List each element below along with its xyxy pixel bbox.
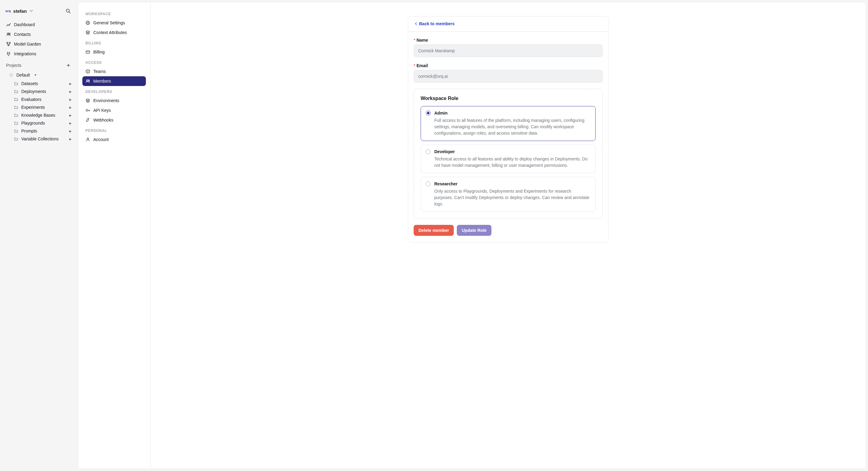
role-option-developer[interactable]: DeveloperTechnical access to all feature… [421, 145, 596, 173]
settings-item-webhooks[interactable]: Webhooks [82, 115, 146, 125]
nav-contacts[interactable]: Contacts [4, 30, 74, 39]
update-role-button[interactable]: Update Role [457, 225, 491, 236]
caret-right-icon: ▶ [69, 90, 72, 93]
folder-icon [14, 82, 18, 86]
settings-item-label: Context Attributes [93, 30, 127, 35]
settings-item-general-settings[interactable]: General Settings [82, 18, 146, 28]
account-icon [85, 137, 90, 142]
settings-group-title: PERSONAL [82, 125, 146, 135]
project-item-label: Prompts [21, 129, 37, 133]
webhooks-icon [85, 118, 90, 122]
role-name: Researcher [434, 181, 457, 186]
radio-admin[interactable] [426, 111, 431, 116]
main-panel: WORKSPACEGeneral SettingsContext Attribu… [78, 2, 866, 469]
project-item-variable-collections[interactable]: Variable Collections▶ [4, 135, 74, 143]
settings-item-label: API Keys [93, 108, 111, 113]
settings-item-label: General Settings [93, 20, 125, 25]
caret-right-icon: ▶ [69, 129, 72, 133]
project-item-playgrounds[interactable]: Playgrounds▶ [4, 119, 74, 127]
folder-icon [14, 97, 18, 101]
radio-researcher[interactable] [426, 181, 431, 186]
caret-right-icon: ▶ [69, 106, 72, 109]
project-item-prompts[interactable]: Prompts▶ [4, 127, 74, 135]
caret-right-icon: ▶ [69, 137, 72, 141]
folder-icon [14, 129, 18, 133]
primary-nav: orq stefan Dashboard Contacts Model Gard… [0, 0, 78, 471]
nav-label: Integrations [14, 51, 36, 56]
chart-icon [6, 22, 11, 27]
settings-item-account[interactable]: Account [82, 135, 146, 144]
project-item-evaluators[interactable]: Evaluators▶ [4, 95, 74, 103]
back-to-members-link[interactable]: Back to members [414, 21, 455, 26]
nav-integrations[interactable]: Integrations [4, 49, 74, 58]
project-item-label: Datasets [21, 81, 38, 86]
role-option-researcher[interactable]: ResearcherOnly access to Playgrounds, De… [421, 177, 596, 212]
project-default[interactable]: Default ▼ [4, 71, 74, 79]
folder-icon [14, 121, 18, 125]
back-label: Back to members [419, 21, 455, 26]
plug-icon [6, 51, 11, 56]
role-description: Only access to Playgrounds, Deployments … [434, 188, 591, 207]
project-item-datasets[interactable]: Datasets▶ [4, 80, 74, 88]
project-item-experiments[interactable]: Experiments▶ [4, 103, 74, 111]
nav-dashboard[interactable]: Dashboard [4, 20, 74, 29]
role-option-admin[interactable]: AdminFull access to all features of the … [421, 106, 596, 141]
caret-down-icon: ▼ [34, 73, 37, 76]
billing-icon [85, 50, 90, 54]
workspace-name: stefan [13, 8, 27, 14]
teams-icon [85, 69, 90, 74]
members-icon [85, 79, 90, 84]
project-item-knowledge-bases[interactable]: Knowledge Bases▶ [4, 111, 74, 119]
settings-group-title: ACCESS [82, 57, 146, 67]
project-item-label: Variable Collections [21, 136, 59, 141]
plus-icon [66, 63, 70, 67]
role-box: Workspace Role AdminFull access to all f… [414, 89, 603, 219]
radio-developer[interactable] [426, 149, 431, 154]
project-item-deployments[interactable]: Deployments▶ [4, 88, 74, 95]
nav-label: Contacts [14, 32, 31, 37]
member-card: Back to members *Name *Email Workspace R… [408, 16, 609, 243]
settings-group-title: WORKSPACE [82, 8, 146, 18]
api-keys-icon [85, 108, 90, 113]
project-item-label: Deployments [21, 89, 46, 94]
delete-member-button[interactable]: Delete member [414, 225, 454, 236]
settings-item-label: Account [93, 137, 109, 142]
workspace-switcher[interactable]: orq stefan [4, 5, 74, 20]
project-item-label: Playgrounds [21, 121, 45, 125]
projects-heading: Projects [6, 63, 22, 68]
add-project-button[interactable] [65, 62, 72, 69]
settings-nav: WORKSPACEGeneral SettingsContext Attribu… [78, 2, 150, 469]
settings-item-api-keys[interactable]: API Keys [82, 105, 146, 115]
email-input [414, 70, 603, 83]
role-description: Full access to all features of the platf… [434, 117, 591, 136]
project-name: Default [17, 73, 30, 77]
nav-label: Dashboard [14, 22, 35, 27]
role-name: Admin [434, 111, 448, 116]
role-description: Technical access to all features and abi… [434, 156, 591, 169]
folder-icon [14, 113, 18, 117]
caret-right-icon: ▶ [69, 122, 72, 125]
environments-icon [85, 98, 90, 103]
ring-icon [9, 73, 13, 77]
settings-item-teams[interactable]: Teams [82, 67, 146, 76]
settings-item-environments[interactable]: Environments [82, 96, 146, 105]
branch-icon [6, 42, 11, 46]
project-item-label: Evaluators [21, 97, 41, 102]
folder-icon [14, 105, 18, 109]
search-button[interactable] [64, 7, 72, 15]
chevron-down-icon [29, 9, 33, 13]
folder-icon [14, 89, 18, 94]
settings-item-label: Members [93, 79, 111, 84]
chevron-left-icon [414, 22, 418, 26]
nav-model-garden[interactable]: Model Garden [4, 39, 74, 49]
name-label: *Name [414, 38, 603, 42]
content-area: Back to members *Name *Email Workspace R… [150, 2, 866, 469]
settings-item-billing[interactable]: Billing [82, 47, 146, 57]
folder-icon [14, 137, 18, 141]
settings-item-members[interactable]: Members [82, 76, 146, 86]
settings-group-title: DEVELOPERS [82, 86, 146, 96]
settings-item-label: Billing [93, 50, 104, 54]
settings-group-title: BILLING [82, 37, 146, 47]
settings-item-context-attributes[interactable]: Context Attributes [82, 28, 146, 37]
role-title: Workspace Role [421, 96, 596, 101]
